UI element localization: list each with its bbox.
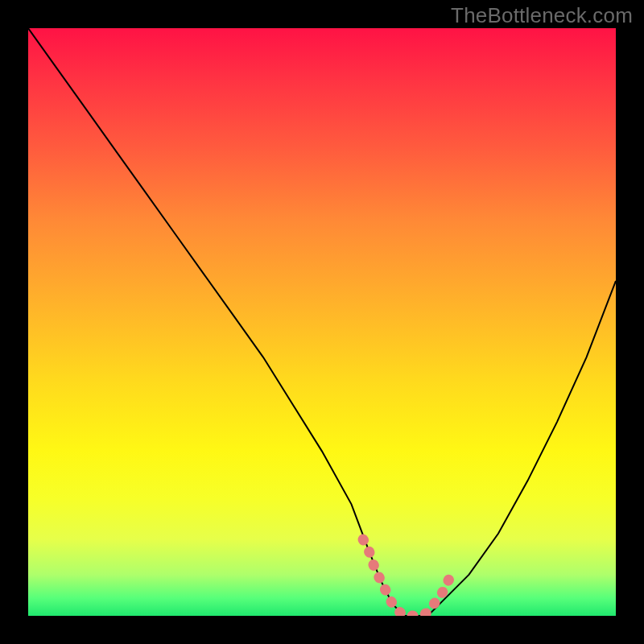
attribution-text: TheBottleneck.com	[451, 3, 633, 28]
optimal-range-highlight	[363, 539, 451, 616]
bottleneck-curve	[28, 28, 616, 616]
plot-area	[28, 28, 616, 616]
chart-frame: TheBottleneck.com	[0, 0, 644, 644]
curve-svg	[28, 28, 616, 616]
